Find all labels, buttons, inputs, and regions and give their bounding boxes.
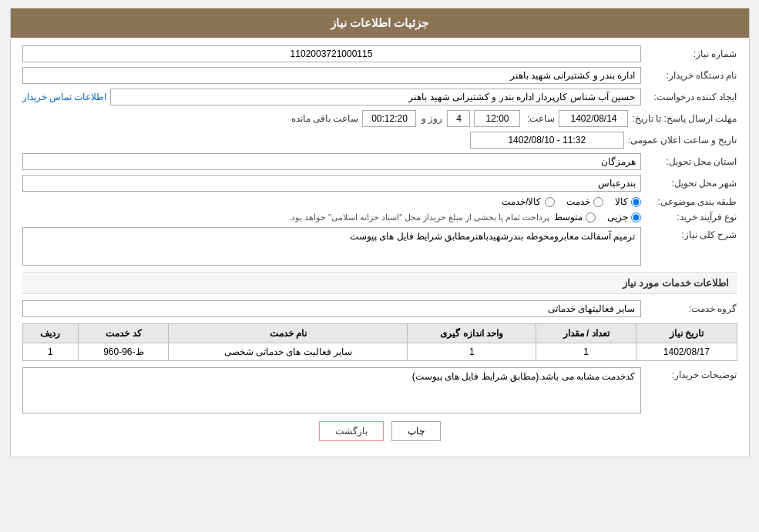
cell-row: 1 [22,343,79,361]
category-row: طبقه بندی موضوعی: کالا/خدمت خدمت کالا [22,196,737,207]
service-group-label: گروه خدمت: [645,303,737,314]
need-desc-value: ترمیم آسفالت معابرومحوطه بندرشهیدباهنرمط… [22,227,641,266]
deadline-days: 4 [447,110,470,127]
table-row: 1402/08/17 1 1 سایر فعالیت های خدماتی شخ… [22,343,737,361]
purchase-type-row: نوع فرآیند خرید: متوسط جزیی پرداخت تمام … [22,212,737,223]
col-unit: واحد اندازه گیری [408,324,536,343]
city-row: شهر محل تحویل: بندرعباس [22,175,737,192]
public-date-value: 1402/08/10 - 11:32 [470,132,624,149]
buyer-notes-row: توضیحات خریدار: کدخدمت مشابه می باشد.(مط… [22,367,737,413]
province-label: استان محل تحویل: [645,156,737,167]
cell-unit: 1 [408,343,536,361]
content-area: شماره نیاز: 1102003721000115 نام دستگاه … [11,38,749,457]
creator-row: ایجاد کننده درخواست: حسین آب شناس کارپرد… [22,89,737,105]
purchase-jozi[interactable]: جزیی [607,212,641,223]
col-service-code: کد خدمت [79,324,169,343]
creator-link[interactable]: اطلاعات تماس خریدار [22,92,107,102]
purchase-note: پرداخت تمام یا بخشی از مبلغ خریداز محل "… [22,212,550,223]
deadline-label: مهلت ارسال پاسخ: تا تاریخ: [632,113,737,124]
province-value: هرمزگان [22,153,641,170]
deadline-remaining: 00:12:20 [362,110,416,127]
deadline-remaining-label: ساعت باقی مانده [291,113,359,124]
services-table: تاریخ نیاز تعداد / مقدار واحد اندازه گیر… [22,323,737,361]
need-desc-label: شرح کلی نیاز: [645,227,737,240]
deadline-time-label: ساعت: [524,113,555,124]
city-label: شهر محل تحویل: [645,178,737,189]
city-value: بندرعباس [22,175,641,192]
need-number-value: 1102003721000115 [22,45,641,62]
col-service-name: نام خدمت [169,324,408,343]
purchase-options: متوسط جزیی [554,212,641,223]
category-kala[interactable]: کالا [615,196,641,207]
button-row: چاپ بازگشت [22,421,737,441]
col-date: تاریخ نیاز [636,324,737,343]
service-group-row: گروه خدمت: سایر فعالیتهای خدماتی [22,300,737,317]
deadline-row: مهلت ارسال پاسخ: تا تاریخ: 1402/08/14 سا… [22,110,737,127]
province-row: استان محل تحویل: هرمزگان [22,153,737,170]
organization-row: نام دستگاه خریدار: اداره بندر و کشتیرانی… [22,67,737,84]
need-desc-row: شرح کلی نیاز: ترمیم آسفالت معابرومحوطه ب… [22,227,737,266]
category-label: طبقه بندی موضوعی: [645,196,737,207]
organization-label: نام دستگاه خریدار: [645,70,737,81]
creator-label: ایجاد کننده درخواست: [645,92,737,102]
purchase-motavsat[interactable]: متوسط [554,212,596,223]
services-title: اطلاعات خدمات مورد نیاز [22,272,737,294]
need-number-row: شماره نیاز: 1102003721000115 [22,45,737,62]
buyer-notes-value: کدخدمت مشابه می باشد.(مطابق شرایط فایل ه… [22,367,641,413]
back-button[interactable]: بازگشت [319,421,384,441]
purchase-type-label: نوع فرآیند خرید: [645,212,737,223]
print-button[interactable]: چاپ [391,421,441,441]
need-number-label: شماره نیاز: [645,49,737,59]
page-title: جزئیات اطلاعات نیاز [11,8,749,38]
col-quantity: تعداد / مقدار [536,324,636,343]
public-date-label: تاریخ و ساعت اعلان عمومی: [628,135,737,146]
service-group-value: سایر فعالیتهای خدماتی [22,300,641,317]
deadline-time: 12:00 [474,110,520,127]
organization-value: اداره بندر و کشتیرانی شهید باهنر [22,67,641,84]
public-date-row: تاریخ و ساعت اعلان عمومی: 1402/08/10 - 1… [22,132,737,149]
cell-date: 1402/08/17 [636,343,737,361]
category-khidmat[interactable]: خدمت [566,196,603,207]
deadline-date: 1402/08/14 [559,110,628,127]
buyer-notes-label: توضیحات خریدار: [645,367,737,380]
cell-quantity: 1 [536,343,636,361]
deadline-days-label: روز و [420,113,443,124]
main-container: جزئیات اطلاعات نیاز شماره نیاز: 11020037… [10,8,750,457]
cell-service-name: سایر فعالیت های خدماتی شخصی [169,343,408,361]
category-kala-khidmat[interactable]: کالا/خدمت [502,196,554,207]
creator-value: حسین آب شناس کارپرداز اداره بندر و کشتیر… [110,89,640,105]
col-row: ردیف [22,324,79,343]
cell-service-code: ط-96-960 [79,343,169,361]
category-options: کالا/خدمت خدمت کالا [502,196,640,207]
